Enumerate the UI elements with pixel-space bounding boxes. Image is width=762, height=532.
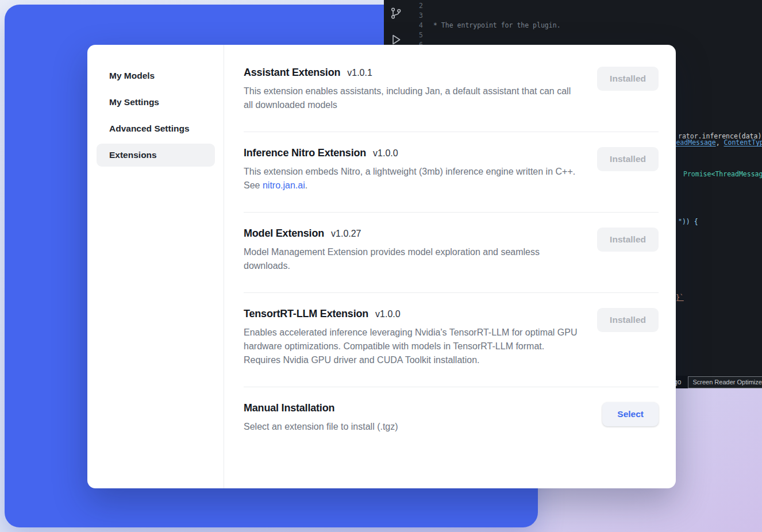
code-fragment: rator.inference(data)); [678,132,762,141]
extensions-panel: Assistant Extension v1.0.1 This extensio… [224,45,676,488]
section-description: This extension embeds Nitro, a lightweig… [244,165,580,192]
installed-button: Installed [597,308,659,332]
section-version: v1.0.0 [373,148,398,159]
section-title: Inference Nitro Extension [244,147,366,159]
section-title: Manual Installation [244,402,334,414]
nitro-jan-ai-link[interactable]: nitro.jan.ai [263,180,305,190]
code-line: * The entrypoint for the plugin. [433,21,762,30]
sidebar-item-my-settings[interactable]: My Settings [97,91,215,114]
section-title: Assistant Extension [244,67,340,79]
sidebar-item-extensions[interactable]: Extensions [97,144,215,167]
editor-gutter: 2 3 4 5 6 [410,1,423,50]
gutter-line: 2 [410,1,423,11]
section-description: This extension enables assistants, inclu… [244,84,580,112]
settings-sidebar: My Models My Settings Advanced Settings … [87,45,224,488]
code-fragment: ")) { [678,217,698,227]
source-control-icon[interactable] [390,7,402,22]
section-description: Enables accelerated inference leveraging… [244,326,580,367]
extension-section-tensorrt: TensortRT-LLM Extension v1.0.0 Enables a… [244,293,659,387]
select-button[interactable]: Select [602,402,659,426]
screen-reader-badge[interactable]: Screen Reader Optimized [688,376,762,388]
extension-section-model: Model Extension v1.0.27 Model Management… [244,213,659,293]
gutter-line: 3 [410,11,423,21]
section-version: v1.0.1 [347,68,372,78]
settings-modal: My Models My Settings Advanced Settings … [87,45,676,488]
installed-button: Installed [597,147,659,171]
section-version: v1.0.27 [331,229,361,239]
section-version: v1.0.0 [375,309,401,319]
section-title: TensortRT-LLM Extension [244,308,368,320]
gutter-line: 5 [410,30,423,40]
sidebar-item-advanced-settings[interactable]: Advanced Settings [97,117,215,140]
code-fragment: Promise<ThreadMessage> [683,169,762,179]
extension-section-nitro: Inference Nitro Extension v1.0.0 This ex… [244,132,659,213]
section-title: Model Extension [244,228,324,240]
extension-section-assistant: Assistant Extension v1.0.1 This extensio… [244,62,659,132]
sidebar-item-my-models[interactable]: My Models [97,64,215,87]
installed-button: Installed [597,228,659,252]
gutter-line: 4 [410,21,423,30]
manual-installation-section: Manual Installation Select an extension … [244,387,659,434]
section-description: Model Management Extension provides mode… [244,245,580,273]
section-description: Select an extension file to install (.tg… [244,420,398,434]
installed-button: Installed [597,67,659,91]
